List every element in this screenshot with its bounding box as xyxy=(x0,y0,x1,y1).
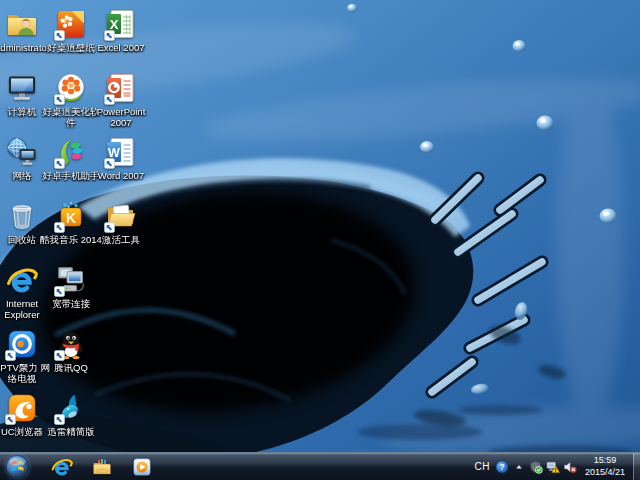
recycle-bin-icon xyxy=(6,200,38,232)
shortcut-arrow-icon xyxy=(104,222,115,233)
taskbar: CH 15:59 2015/4/21 xyxy=(0,452,640,480)
desktop-icon-word-2007[interactable]: Word 2007 xyxy=(89,136,153,181)
tray-date: 2015/4/21 xyxy=(585,467,625,478)
icon-label: 腾讯QQ xyxy=(39,362,103,373)
security-icon[interactable] xyxy=(528,460,545,474)
shortcut-arrow-icon xyxy=(104,30,115,41)
system-tray: CH 15:59 2015/4/21 xyxy=(471,453,640,480)
shortcut-arrow-icon xyxy=(104,94,115,105)
show-hidden-icons-icon[interactable] xyxy=(511,460,528,474)
shortcut-arrow-icon xyxy=(104,158,115,169)
word-icon xyxy=(105,136,137,168)
powerpoint-icon xyxy=(105,72,137,104)
excel-icon xyxy=(105,8,137,40)
icon-label: 宽带连接 xyxy=(39,298,103,309)
icon-label: PowerPoint 2007 xyxy=(89,106,153,128)
taskbar-items xyxy=(42,453,162,480)
phone-assistant-icon xyxy=(55,136,87,168)
pptv-icon xyxy=(6,328,38,360)
desktop-icon-activation-tool[interactable]: 激活工具 xyxy=(89,200,153,245)
broadband-icon xyxy=(55,264,87,296)
xunlei-icon xyxy=(55,392,87,424)
uc-icon xyxy=(6,392,38,424)
show-desktop-button[interactable] xyxy=(633,453,640,480)
shortcut-arrow-icon xyxy=(5,414,16,425)
help-icon[interactable] xyxy=(494,460,511,474)
taskbar-item-media-player[interactable] xyxy=(122,454,162,480)
shortcut-arrow-icon xyxy=(54,158,65,169)
kuwo-icon xyxy=(55,200,87,232)
desktop[interactable]: Administrator好桌道壁纸Excel 2007计算机好桌道美化软件Po… xyxy=(0,0,640,480)
volume-muted-icon[interactable] xyxy=(562,460,579,474)
user-folder-icon xyxy=(6,8,38,40)
taskbar-item-windows-explorer[interactable] xyxy=(82,454,122,480)
shortcut-arrow-icon xyxy=(54,94,65,105)
desktop-icon-tencent-qq[interactable]: 腾讯QQ xyxy=(39,328,103,373)
taskbar-item-internet-explorer[interactable] xyxy=(42,454,82,480)
icon-label: Excel 2007 xyxy=(89,42,153,53)
desktop-icon-broadband-connection[interactable]: 宽带连接 xyxy=(39,264,103,309)
shortcut-arrow-icon xyxy=(54,30,65,41)
icon-label: 激活工具 xyxy=(89,234,153,245)
desktop-icons: Administrator好桌道壁纸Excel 2007计算机好桌道美化软件Po… xyxy=(0,0,640,452)
windows-logo-icon xyxy=(5,454,30,479)
network-icon xyxy=(6,136,38,168)
computer-icon xyxy=(6,72,38,104)
folder-open-icon xyxy=(105,200,137,232)
qq-icon xyxy=(55,328,87,360)
tray-icons xyxy=(494,460,579,474)
desktop-icon-powerpoint-2007[interactable]: PowerPoint 2007 xyxy=(89,72,153,128)
flower-icon xyxy=(55,72,87,104)
start-button[interactable] xyxy=(0,453,34,480)
wallpaper-icon xyxy=(55,8,87,40)
language-indicator[interactable]: CH xyxy=(471,461,494,472)
explorer-icon xyxy=(91,456,113,478)
ie-icon xyxy=(51,456,73,478)
ie-icon xyxy=(6,264,38,296)
icon-label: 迅雷精简版 xyxy=(39,426,103,437)
shortcut-arrow-icon xyxy=(54,222,65,233)
desktop-icon-excel-2007[interactable]: Excel 2007 xyxy=(89,8,153,53)
wmp-icon xyxy=(131,456,153,478)
shortcut-arrow-icon xyxy=(54,350,65,361)
clock[interactable]: 15:59 2015/4/21 xyxy=(579,455,633,478)
icon-label: Word 2007 xyxy=(89,170,153,181)
shortcut-arrow-icon xyxy=(54,286,65,297)
shortcut-arrow-icon xyxy=(54,414,65,425)
tray-time: 15:59 xyxy=(585,455,625,466)
shortcut-arrow-icon xyxy=(5,350,16,361)
desktop-icon-thunder-lite[interactable]: 迅雷精简版 xyxy=(39,392,103,437)
network-warning-icon[interactable] xyxy=(545,460,562,474)
